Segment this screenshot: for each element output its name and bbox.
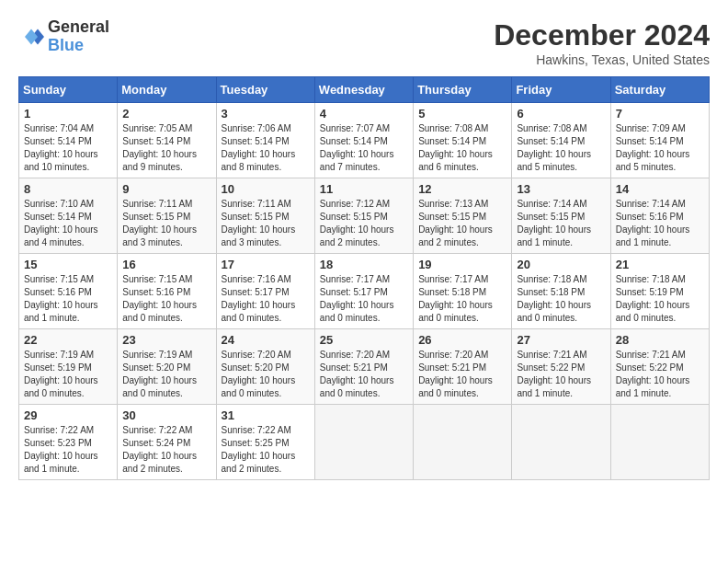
day-info: Sunrise: 7:06 AMSunset: 5:14 PMDaylight:…	[222, 122, 310, 174]
calendar-cell: 21Sunrise: 7:18 AMSunset: 5:19 PMDayligh…	[610, 254, 709, 329]
calendar-cell: 31Sunrise: 7:22 AMSunset: 5:25 PMDayligh…	[216, 405, 314, 480]
calendar-table: SundayMondayTuesdayWednesdayThursdayFrid…	[18, 76, 710, 480]
day-info: Sunrise: 7:13 AMSunset: 5:15 PMDaylight:…	[418, 198, 506, 249]
day-info: Sunrise: 7:08 AMSunset: 5:14 PMDaylight:…	[517, 122, 605, 174]
day-info: Sunrise: 7:17 AMSunset: 5:18 PMDaylight:…	[418, 273, 506, 325]
calendar-cell: 12Sunrise: 7:13 AMSunset: 5:15 PMDayligh…	[414, 178, 512, 254]
logo-text: General Blue	[48, 18, 109, 55]
day-number: 23	[122, 333, 210, 347]
calendar-day-header: Sunday	[19, 77, 118, 103]
calendar-day-header: Friday	[512, 77, 610, 103]
calendar-cell: 23Sunrise: 7:19 AMSunset: 5:20 PMDayligh…	[118, 329, 216, 405]
day-number: 4	[320, 107, 408, 121]
day-info: Sunrise: 7:21 AMSunset: 5:22 PMDaylight:…	[616, 349, 704, 400]
day-info: Sunrise: 7:19 AMSunset: 5:19 PMDaylight:…	[24, 349, 112, 400]
day-info: Sunrise: 7:16 AMSunset: 5:17 PMDaylight:…	[222, 273, 310, 325]
calendar-day-header: Thursday	[414, 77, 512, 103]
day-number: 26	[418, 333, 506, 347]
day-info: Sunrise: 7:11 AMSunset: 5:15 PMDaylight:…	[122, 198, 210, 249]
day-number: 10	[222, 182, 310, 196]
calendar-cell: 6Sunrise: 7:08 AMSunset: 5:14 PMDaylight…	[512, 103, 610, 178]
day-number: 30	[122, 408, 210, 422]
calendar-cell: 30Sunrise: 7:22 AMSunset: 5:24 PMDayligh…	[118, 405, 216, 480]
day-number: 5	[418, 107, 506, 121]
page-header: General Blue December 2024 Hawkins, Texa…	[18, 18, 710, 67]
calendar-week-row: 22Sunrise: 7:19 AMSunset: 5:19 PMDayligh…	[19, 329, 710, 405]
day-info: Sunrise: 7:22 AMSunset: 5:23 PMDaylight:…	[24, 424, 112, 476]
calendar-week-row: 15Sunrise: 7:15 AMSunset: 5:16 PMDayligh…	[19, 254, 710, 329]
day-info: Sunrise: 7:15 AMSunset: 5:16 PMDaylight:…	[24, 273, 112, 325]
day-number: 6	[517, 107, 605, 121]
day-number: 1	[24, 107, 112, 121]
calendar-cell	[314, 405, 413, 480]
day-number: 27	[517, 333, 605, 347]
day-number: 2	[122, 107, 210, 121]
calendar-cell: 2Sunrise: 7:05 AMSunset: 5:14 PMDaylight…	[118, 103, 216, 178]
calendar-cell	[512, 405, 610, 480]
day-number: 20	[517, 258, 605, 271]
calendar-cell	[414, 405, 512, 480]
day-info: Sunrise: 7:18 AMSunset: 5:19 PMDaylight:…	[616, 273, 704, 325]
calendar-cell: 25Sunrise: 7:20 AMSunset: 5:21 PMDayligh…	[314, 329, 413, 405]
day-number: 28	[616, 333, 704, 347]
calendar-day-header: Tuesday	[216, 77, 314, 103]
day-info: Sunrise: 7:05 AMSunset: 5:14 PMDaylight:…	[122, 122, 210, 174]
day-number: 19	[418, 258, 506, 271]
calendar-cell: 8Sunrise: 7:10 AMSunset: 5:14 PMDaylight…	[19, 178, 118, 254]
day-info: Sunrise: 7:18 AMSunset: 5:18 PMDaylight:…	[517, 273, 605, 325]
calendar-cell: 22Sunrise: 7:19 AMSunset: 5:19 PMDayligh…	[19, 329, 118, 405]
calendar-cell: 27Sunrise: 7:21 AMSunset: 5:22 PMDayligh…	[512, 329, 610, 405]
day-info: Sunrise: 7:10 AMSunset: 5:14 PMDaylight:…	[24, 198, 112, 249]
day-number: 8	[24, 182, 112, 196]
calendar-cell: 15Sunrise: 7:15 AMSunset: 5:16 PMDayligh…	[19, 254, 118, 329]
day-info: Sunrise: 7:04 AMSunset: 5:14 PMDaylight:…	[24, 122, 112, 174]
day-number: 21	[616, 258, 704, 271]
calendar-cell: 18Sunrise: 7:17 AMSunset: 5:17 PMDayligh…	[314, 254, 413, 329]
calendar-cell: 20Sunrise: 7:18 AMSunset: 5:18 PMDayligh…	[512, 254, 610, 329]
day-number: 9	[122, 182, 210, 196]
day-number: 3	[222, 107, 310, 121]
calendar-day-header: Wednesday	[314, 77, 413, 103]
day-number: 16	[122, 258, 210, 271]
calendar-cell: 9Sunrise: 7:11 AMSunset: 5:15 PMDaylight…	[118, 178, 216, 254]
day-number: 13	[517, 182, 605, 196]
day-number: 18	[320, 258, 408, 271]
day-info: Sunrise: 7:09 AMSunset: 5:14 PMDaylight:…	[616, 122, 704, 174]
day-number: 31	[222, 408, 310, 422]
day-number: 11	[320, 182, 408, 196]
logo: General Blue	[18, 18, 109, 55]
calendar-cell: 28Sunrise: 7:21 AMSunset: 5:22 PMDayligh…	[610, 329, 709, 405]
calendar-cell: 5Sunrise: 7:08 AMSunset: 5:14 PMDaylight…	[414, 103, 512, 178]
logo-icon	[18, 24, 44, 50]
calendar-cell: 10Sunrise: 7:11 AMSunset: 5:15 PMDayligh…	[216, 178, 314, 254]
location: Hawkins, Texas, United States	[494, 52, 710, 67]
calendar-cell: 11Sunrise: 7:12 AMSunset: 5:15 PMDayligh…	[314, 178, 413, 254]
calendar-cell: 19Sunrise: 7:17 AMSunset: 5:18 PMDayligh…	[414, 254, 512, 329]
day-info: Sunrise: 7:15 AMSunset: 5:16 PMDaylight:…	[122, 273, 210, 325]
day-info: Sunrise: 7:14 AMSunset: 5:16 PMDaylight:…	[616, 198, 704, 249]
calendar-day-header: Monday	[118, 77, 216, 103]
title-block: December 2024 Hawkins, Texas, United Sta…	[494, 18, 710, 67]
day-number: 14	[616, 182, 704, 196]
calendar-week-row: 1Sunrise: 7:04 AMSunset: 5:14 PMDaylight…	[19, 103, 710, 178]
day-info: Sunrise: 7:14 AMSunset: 5:15 PMDaylight:…	[517, 198, 605, 249]
day-info: Sunrise: 7:20 AMSunset: 5:20 PMDaylight:…	[222, 349, 310, 400]
calendar-cell	[610, 405, 709, 480]
calendar-week-row: 8Sunrise: 7:10 AMSunset: 5:14 PMDaylight…	[19, 178, 710, 254]
day-info: Sunrise: 7:21 AMSunset: 5:22 PMDaylight:…	[517, 349, 605, 400]
calendar-cell: 14Sunrise: 7:14 AMSunset: 5:16 PMDayligh…	[610, 178, 709, 254]
calendar-cell: 1Sunrise: 7:04 AMSunset: 5:14 PMDaylight…	[19, 103, 118, 178]
day-number: 24	[222, 333, 310, 347]
day-info: Sunrise: 7:22 AMSunset: 5:25 PMDaylight:…	[222, 424, 310, 476]
day-info: Sunrise: 7:19 AMSunset: 5:20 PMDaylight:…	[122, 349, 210, 400]
day-info: Sunrise: 7:17 AMSunset: 5:17 PMDaylight:…	[320, 273, 408, 325]
calendar-cell: 26Sunrise: 7:20 AMSunset: 5:21 PMDayligh…	[414, 329, 512, 405]
day-number: 29	[24, 408, 112, 422]
calendar-cell: 7Sunrise: 7:09 AMSunset: 5:14 PMDaylight…	[610, 103, 709, 178]
calendar-cell: 3Sunrise: 7:06 AMSunset: 5:14 PMDaylight…	[216, 103, 314, 178]
day-number: 17	[222, 258, 310, 271]
calendar-week-row: 29Sunrise: 7:22 AMSunset: 5:23 PMDayligh…	[19, 405, 710, 480]
day-number: 7	[616, 107, 704, 121]
calendar-header-row: SundayMondayTuesdayWednesdayThursdayFrid…	[19, 77, 710, 103]
day-info: Sunrise: 7:20 AMSunset: 5:21 PMDaylight:…	[418, 349, 506, 400]
